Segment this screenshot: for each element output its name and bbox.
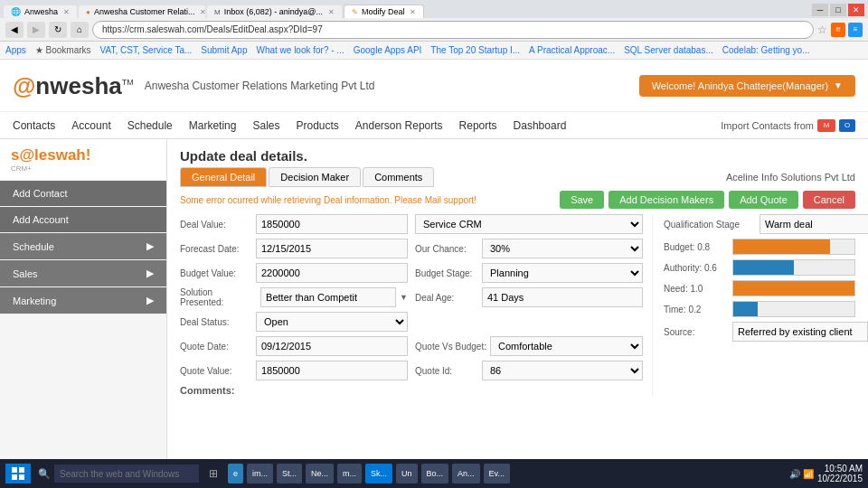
tab-close-icon-2[interactable]: ✕ (200, 8, 205, 16)
bookmark-vat[interactable]: VAT, CST, Service Ta... (100, 45, 193, 55)
taskbar-app-im[interactable]: im... (247, 464, 273, 483)
taskbar-app-bo[interactable]: Bo... (421, 464, 449, 483)
tab-close-icon-3[interactable]: ✕ (328, 8, 335, 16)
taskbar-app-ne[interactable]: Ne... (306, 464, 334, 483)
add-decision-makers-button[interactable]: Add Decision Makers (609, 191, 724, 209)
star-icon[interactable]: ☆ (817, 23, 827, 36)
close-button[interactable]: ✕ (848, 4, 864, 16)
welcome-text: Welcome! Anindya Chatterjee(Manager) (652, 80, 828, 91)
forward-button[interactable]: ▶ (27, 22, 45, 38)
nav-anderson-reports[interactable]: Anderson Reports (355, 119, 443, 132)
forecast-date-input[interactable] (256, 239, 408, 258)
start-button[interactable] (5, 464, 31, 483)
bookmark-bookmarks[interactable]: ★ Bookmarks (35, 45, 91, 55)
taskbar-app-un[interactable]: Un (396, 464, 418, 483)
qualification-stage-input[interactable] (760, 214, 868, 234)
solution-dropdown-icon[interactable]: ▼ (400, 293, 408, 302)
back-button[interactable]: ◀ (5, 22, 24, 38)
browser-tab[interactable]: 🌐 Anwesha ✕ (4, 5, 77, 18)
taskbar-app-sk[interactable]: Sk... (365, 464, 392, 483)
quote-vs-budget-label: Quote Vs Budget: (415, 342, 486, 352)
tab-close-icon[interactable]: ✕ (63, 8, 70, 16)
sidebar-item-marketing[interactable]: Marketing ▶ (0, 287, 166, 314)
cancel-button[interactable]: Cancel (803, 191, 855, 209)
maximize-button[interactable]: □ (830, 4, 846, 16)
refresh-button[interactable]: ↻ (49, 22, 67, 38)
tab-label-3: Inbox (6,082) - anindya@... (224, 7, 323, 16)
app-header: @nweshaTM Anwesha Customer Relations Mar… (0, 60, 868, 112)
tab-general-detail[interactable]: General Detail (180, 167, 267, 187)
budget-stage-select[interactable]: Planning (482, 263, 643, 283)
nav-account[interactable]: Account (71, 119, 110, 132)
source-input[interactable] (732, 322, 868, 342)
sidebar-item-schedule[interactable]: Schedule ▶ (0, 233, 166, 259)
browser-tab-4[interactable]: ✎ Modify Deal ✕ (344, 5, 425, 18)
tab-close-icon-4[interactable]: ✕ (410, 8, 416, 16)
save-button[interactable]: Save (560, 191, 604, 209)
taskbar-app-an[interactable]: An... (452, 464, 480, 483)
crm-type-select[interactable]: Service CRM (415, 214, 643, 234)
sidebar-sales-label: Sales (13, 268, 38, 279)
taskbar-app-edge[interactable]: e (228, 464, 243, 483)
nav-schedule[interactable]: Schedule (127, 119, 173, 132)
budget-value-input[interactable] (256, 263, 408, 283)
bookmark-top20[interactable]: The Top 20 Startup I... (430, 45, 520, 55)
taskbar-search-icon: 🔍 (38, 468, 51, 480)
nav-products[interactable]: Products (296, 119, 338, 132)
deal-status-select[interactable]: Open (256, 312, 408, 332)
quote-vs-budget-select[interactable]: Comfortable (490, 336, 643, 356)
nav-reports[interactable]: Reports (459, 119, 497, 132)
sidebar-item-sales[interactable]: Sales ▶ (0, 260, 166, 286)
bookmark-sql[interactable]: SQL Server databas... (624, 45, 713, 55)
source-label: Source: (664, 327, 727, 337)
bookmark-codelab[interactable]: Codelab: Getting yo... (722, 45, 810, 55)
welcome-button[interactable]: Welcome! Anindya Chatterjee(Manager) ▼ (639, 75, 855, 97)
quote-id-select[interactable]: 86 (482, 361, 643, 380)
quote-value-input[interactable] (256, 361, 408, 380)
deal-value-input[interactable] (256, 214, 408, 234)
quote-date-input[interactable] (256, 336, 408, 356)
need-progress-bar-container (732, 280, 855, 296)
taskbar-app-st[interactable]: St... (277, 464, 302, 483)
minimize-button[interactable]: ─ (812, 4, 828, 16)
tab-label: Anwesha (24, 7, 58, 16)
authority-progress-label: Authority: 0.6 (664, 263, 727, 273)
url-bar[interactable]: https://crm.saleswah.com/Deals/EditDeal.… (92, 21, 814, 39)
import-contacts[interactable]: Import Contacts from M O (721, 119, 855, 132)
nav-contacts[interactable]: Contacts (13, 119, 55, 132)
nav-sales[interactable]: Sales (252, 119, 279, 132)
add-quote-button[interactable]: Add Quote (729, 191, 798, 209)
sidebar-item-add-contact[interactable]: Add Contact (0, 181, 166, 206)
time-progress-bar (733, 302, 758, 316)
browser-tab-2[interactable]: ● Anwesha Customer Relati... ✕ (79, 5, 205, 18)
home-button[interactable]: ⌂ (71, 22, 89, 38)
bookmark-submit[interactable]: Submit App (201, 45, 247, 55)
sidebar-item-add-account[interactable]: Add Account (0, 207, 166, 232)
budget-value-label: Budget Value: (180, 268, 252, 278)
bookmark-google[interactable]: Google Apps API (354, 45, 422, 55)
taskbar-app-ev[interactable]: Ev... (484, 464, 510, 483)
tab-decision-maker[interactable]: Decision Maker (269, 167, 361, 187)
svg-rect-2 (12, 474, 17, 480)
solution-presented-input[interactable] (260, 287, 396, 307)
sidebar-marketing-arrow-icon: ▶ (146, 295, 154, 306)
bookmark-what[interactable]: What we look for? - ... (256, 45, 344, 55)
deal-age-input[interactable] (482, 287, 643, 307)
tab-comments[interactable]: Comments (363, 167, 434, 187)
our-chance-select[interactable]: 30% (482, 239, 643, 258)
tab-bar: General Detail Decision Maker Comments (180, 167, 434, 187)
tray-icons: 🔊 📶 (789, 469, 814, 479)
deal-status-label: Deal Status: (180, 317, 252, 327)
sidebar-logo-sub: CRM+ (11, 164, 156, 173)
browser-tab-3[interactable]: M Inbox (6,082) - anindya@... ✕ (207, 5, 342, 18)
bookmark-practical[interactable]: A Practical Approac... (529, 45, 615, 55)
nav-marketing[interactable]: Marketing (189, 119, 237, 132)
taskbar-app-m[interactable]: m... (337, 464, 362, 483)
sidebar-marketing-label: Marketing (13, 296, 56, 306)
nav-dashboard[interactable]: Dashboard (514, 119, 567, 132)
svg-rect-3 (19, 474, 24, 480)
taskbar-search-input[interactable] (54, 465, 199, 483)
outlook-icon: O (839, 119, 855, 132)
task-view-button[interactable]: ⊞ (203, 464, 224, 483)
bookmark-apps[interactable]: Apps (5, 45, 26, 55)
